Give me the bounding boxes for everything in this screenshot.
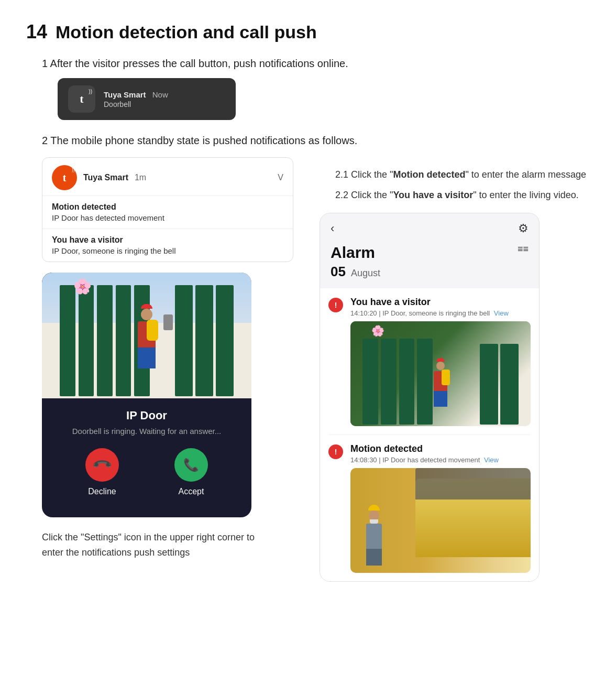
- alarm-date-month: August: [351, 268, 380, 278]
- alarm-motion-meta: 14:08:30 | IP Door has detected movement…: [350, 456, 531, 464]
- doorbell-status-text: Doorbell is ringing. Waiting for an answ…: [58, 427, 236, 436]
- alarm-screen: ‹ ⚙ Alarm 05 August ≡≡: [320, 213, 540, 582]
- doorbell-camera-image: 🌸: [42, 273, 251, 398]
- wifi-signal-icon: )): [89, 89, 92, 94]
- step-2-2-text-post: " to enter the living video.: [473, 190, 579, 200]
- alarm-visitor-content: You have a visitor 14:10:20 | IP Door, s…: [350, 297, 531, 426]
- tuya-app-icon-orange: t )): [52, 165, 77, 190]
- alarm-visitor-source: IP Door, someone is ringing the bell: [382, 309, 490, 317]
- motion-detected-body: IP Door has detected movement: [52, 213, 283, 222]
- alarm-motion-title: Motion detected: [350, 443, 531, 454]
- section1-text: 1 After the visitor presses the call but…: [42, 58, 590, 70]
- section1-app-name: Tuya Smart: [104, 90, 146, 99]
- tuya-app-icon-dark: t )): [68, 85, 95, 113]
- expand-arrow-icon[interactable]: V: [278, 173, 283, 182]
- page-number: 14: [26, 21, 47, 43]
- section1-notif-subtitle: Doorbell: [104, 100, 168, 108]
- alarm-visitor-view-link[interactable]: View: [494, 309, 509, 317]
- decline-phone-icon: 📞: [91, 454, 113, 475]
- alarm-motion-content: Motion detected 14:08:30 | IP Door has d…: [350, 443, 531, 573]
- page-title-row: 14 Motion detection and call push: [26, 21, 590, 43]
- visitor-body: IP Door, someone is ringing the bell: [52, 246, 283, 255]
- right-column: 2.1 Click the "Motion detected" to enter…: [320, 157, 590, 582]
- doorbell-action-buttons: 📞 Decline 📞 Accept: [58, 448, 236, 507]
- alarm-motion-time: 14:08:30: [350, 456, 377, 464]
- page-heading: Motion detection and call push: [56, 22, 317, 42]
- decline-button[interactable]: 📞 Decline: [85, 448, 119, 496]
- section1-notif-meta: Tuya Smart Now Doorbell: [104, 90, 168, 108]
- main-layout: t )) Tuya Smart 1m V Motion detected IP …: [26, 157, 590, 582]
- visitor-notification[interactable]: You have a visitor IP Door, someone is r…: [42, 229, 293, 262]
- notif-light-header: t )) Tuya Smart 1m V: [42, 158, 293, 196]
- alarm-back-button[interactable]: ‹: [331, 222, 334, 235]
- alarm-alert-icon-2: !: [328, 444, 343, 459]
- doorbell-device-name: IP Door: [58, 409, 236, 422]
- alarm-motion-item[interactable]: ! Motion detected 14:08:30 | IP Door has…: [328, 435, 531, 581]
- accept-phone-icon: 📞: [183, 458, 199, 472]
- alarm-motion-image: [350, 468, 531, 573]
- alarm-visitor-title: You have a visitor: [350, 297, 531, 308]
- step-2-1-text-pre: 2.1 Click the ": [335, 169, 393, 180]
- alarm-visitor-meta: 14:10:20 | IP Door, someone is ringing t…: [350, 309, 531, 317]
- step-2-1-text-post: " to enter the alarm message: [465, 169, 586, 180]
- step-2-2-bold: You have a visitor: [393, 190, 473, 200]
- bottom-settings-text: Click the "Settings" icon in the upper r…: [42, 530, 267, 560]
- alarm-visitor-time: 14:10:20: [350, 309, 377, 317]
- doorbell-call-card: 🌸 IP Door Doorbell is ringing. Waiting f: [42, 273, 251, 517]
- step-2-1: 2.1 Click the "Motion detected" to enter…: [335, 168, 590, 182]
- decline-label: Decline: [88, 487, 116, 496]
- alarm-date-number: 05: [331, 264, 346, 279]
- section1-notif-time: Now: [152, 90, 168, 99]
- motion-detected-title: Motion detected: [52, 202, 283, 212]
- wifi-signal-orange-icon: )): [72, 167, 75, 172]
- alarm-visitor-item[interactable]: ! You have a visitor 14:10:20 | IP Door,…: [328, 288, 531, 435]
- step-2-2-text-pre: 2.2 Click the ": [335, 190, 393, 200]
- visitor-title: You have a visitor: [52, 235, 283, 245]
- alarm-motion-source: IP Door has detected movement: [382, 456, 480, 464]
- notif-app-name: Tuya Smart: [83, 173, 128, 182]
- step-2-2: 2.2 Click the "You have a visitor" to en…: [335, 188, 590, 202]
- accept-label: Accept: [179, 487, 204, 496]
- left-column: t )) Tuya Smart 1m V Motion detected IP …: [26, 157, 299, 582]
- alarm-content: ! You have a visitor 14:10:20 | IP Door,…: [320, 288, 539, 581]
- decline-circle[interactable]: 📞: [85, 448, 119, 482]
- alarm-motion-view-link[interactable]: View: [484, 456, 499, 464]
- doorbell-info: IP Door Doorbell is ringing. Waiting for…: [42, 398, 251, 517]
- alarm-alert-icon-1: !: [328, 298, 343, 312]
- motion-detected-notification[interactable]: Motion detected IP Door has detected mov…: [42, 196, 293, 229]
- alarm-visitor-image: 🌸: [350, 321, 531, 426]
- accept-button[interactable]: 📞 Accept: [174, 448, 208, 496]
- alarm-date-row: 05 August: [331, 264, 380, 280]
- alarm-topbar: ‹ ⚙: [320, 213, 539, 240]
- standby-notification-card: t )) Tuya Smart 1m V Motion detected IP …: [42, 157, 293, 262]
- notif-time: 1m: [135, 173, 146, 182]
- section2-text: 2 The mobile phone standby state is push…: [42, 135, 590, 147]
- alarm-header: Alarm 05 August ≡≡: [320, 240, 539, 288]
- section1-notification-card: t )) Tuya Smart Now Doorbell: [58, 78, 236, 120]
- alarm-menu-icon[interactable]: ≡≡: [518, 244, 529, 255]
- alarm-title: Alarm: [331, 244, 380, 262]
- notif-light-meta: Tuya Smart 1m V: [83, 173, 283, 182]
- accept-circle[interactable]: 📞: [174, 448, 208, 482]
- step-2-1-bold: Motion detected: [393, 169, 465, 180]
- alarm-settings-button[interactable]: ⚙: [518, 222, 529, 235]
- instructions-list: 2.1 Click the "Motion detected" to enter…: [335, 168, 590, 202]
